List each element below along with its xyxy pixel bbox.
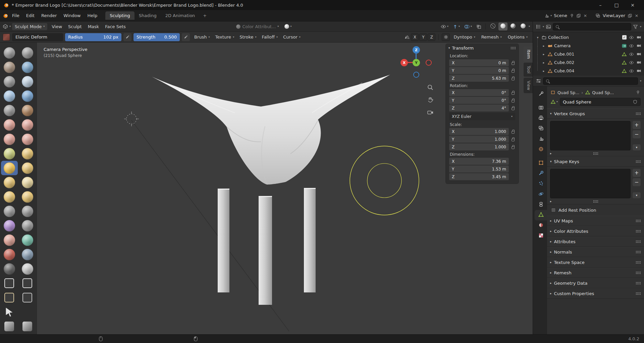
- render-visibility-camera-icon[interactable]: [636, 36, 641, 39]
- sidebar-tab-tool[interactable]: Tool: [524, 63, 533, 76]
- grip-icon[interactable]: [511, 47, 516, 50]
- field-location-y[interactable]: Y0 m: [449, 67, 509, 74]
- close-button[interactable]: ×: [625, 0, 641, 10]
- remove-shape-keys-button[interactable]: −: [633, 178, 641, 186]
- editor-type-3dview-icon[interactable]: [3, 24, 8, 29]
- menu-file[interactable]: File: [9, 12, 23, 19]
- vertex-groups-specials-button[interactable]: ▾: [633, 144, 641, 150]
- grip-icon[interactable]: [593, 152, 598, 155]
- sidebar-tab-item[interactable]: Item: [524, 47, 533, 62]
- unlink-scene-icon[interactable]: ×: [583, 13, 588, 18]
- brush-mask[interactable]: [1, 233, 18, 247]
- mirror-y-toggle[interactable]: Y: [419, 33, 427, 41]
- properties-tab-modifiers[interactable]: [535, 168, 547, 179]
- editor-type-outliner-icon[interactable]: [536, 24, 541, 29]
- grip-icon[interactable]: [636, 251, 641, 254]
- section-header-attributes[interactable]: ▸Attributes: [547, 236, 644, 247]
- field-rotation-z[interactable]: Z4°: [449, 105, 509, 112]
- dyntopo-detail-icon[interactable]: [442, 33, 450, 41]
- strength-pressure-toggle[interactable]: [182, 33, 190, 41]
- shape-keys-list[interactable]: [550, 169, 631, 198]
- mesh-data-icon[interactable]: [622, 69, 627, 73]
- visibility-eye-icon[interactable]: [629, 53, 634, 56]
- menu-window[interactable]: Window: [60, 12, 84, 19]
- camera-data-icon[interactable]: [622, 44, 627, 48]
- outliner-row-cube-001[interactable]: ▸Cube.001: [533, 50, 644, 58]
- brush-slide-relax[interactable]: [1, 204, 18, 218]
- y-axis-ball[interactable]: Y: [413, 59, 420, 66]
- mesh-data-icon[interactable]: [622, 61, 627, 65]
- brush-draw-sharp[interactable]: [19, 46, 36, 60]
- add-workspace-button[interactable]: +: [200, 12, 210, 19]
- shading-rendered-button[interactable]: [519, 22, 528, 30]
- brush-boundary[interactable]: [19, 204, 36, 218]
- new-scene-icon[interactable]: [576, 13, 581, 18]
- field-location-z[interactable]: Z5.63 m: [449, 75, 509, 82]
- falloff-panel-dropdown[interactable]: Falloff▾: [260, 33, 280, 41]
- pin-icon[interactable]: [569, 13, 575, 18]
- brush-nudge[interactable]: [1, 190, 18, 204]
- blender-menu-icon[interactable]: [3, 13, 8, 18]
- lock-icon[interactable]: [512, 100, 515, 102]
- grip-icon[interactable]: [636, 271, 641, 274]
- lock-icon[interactable]: [512, 146, 515, 149]
- shading-solid-button[interactable]: [498, 22, 507, 30]
- render-visibility-camera-icon[interactable]: [636, 44, 641, 48]
- new-viewlayer-icon[interactable]: [627, 13, 633, 18]
- grip-icon[interactable]: [636, 219, 641, 222]
- grip-icon[interactable]: [636, 112, 641, 115]
- add-vertex-groups-button[interactable]: +: [633, 121, 641, 129]
- vertex-groups-list[interactable]: [550, 121, 631, 150]
- section-header-uv-maps[interactable]: ▸UV Maps: [547, 216, 644, 226]
- viewport-menu-view[interactable]: View: [49, 23, 65, 30]
- brush-cloth-filter[interactable]: [19, 319, 36, 334]
- workspace-tab-shading[interactable]: Shading: [135, 11, 161, 20]
- viewport-menu-sculpt[interactable]: Sculpt: [65, 23, 85, 30]
- navigation-gizmo[interactable]: Z Y X: [400, 45, 436, 83]
- expand-icon[interactable]: ▸: [542, 44, 546, 48]
- expand-icon[interactable]: ▸: [550, 152, 552, 155]
- properties-tab-scene[interactable]: [535, 134, 547, 144]
- section-header-normals[interactable]: ▸Normals: [547, 247, 644, 257]
- editor-type-properties-icon[interactable]: [536, 78, 541, 84]
- visibility-eye-icon[interactable]: [629, 61, 634, 64]
- shading-material-button[interactable]: [508, 22, 518, 30]
- brush-box-mask[interactable]: [1, 276, 18, 290]
- display-mode-icon[interactable]: [546, 24, 551, 29]
- properties-tab-object-data[interactable]: [535, 210, 547, 220]
- brush-smear[interactable]: [19, 262, 36, 276]
- render-visibility-camera-icon[interactable]: [636, 52, 641, 56]
- brush-box-hide[interactable]: [19, 276, 36, 290]
- options-dropdown[interactable]: Options▾: [505, 33, 530, 41]
- properties-search-input[interactable]: [543, 77, 638, 85]
- stroke-panel-dropdown[interactable]: Stroke▾: [237, 33, 259, 41]
- properties-tab-world[interactable]: [535, 144, 547, 155]
- render-visibility-camera-icon[interactable]: [636, 61, 641, 64]
- section-header-geometry-data[interactable]: ▸Geometry Data: [547, 278, 644, 288]
- radius-pressure-toggle[interactable]: [123, 33, 131, 41]
- mesh-selector-button[interactable]: ▾: [550, 100, 558, 104]
- properties-tab-render[interactable]: [535, 103, 547, 113]
- collapse-icon[interactable]: ▾: [536, 36, 540, 39]
- add-shape-keys-button[interactable]: +: [633, 169, 641, 177]
- brush-draw[interactable]: [1, 46, 18, 60]
- brush-simplify[interactable]: [19, 218, 36, 233]
- outliner-row-collection[interactable]: ▾Collection✓: [533, 33, 644, 42]
- add-rest-position-checkbox[interactable]: [551, 208, 556, 212]
- grip-icon[interactable]: [636, 261, 641, 264]
- color-attribute-dropdown[interactable]: Color Attribut... ▾: [233, 23, 281, 30]
- visibility-eye-icon[interactable]: [629, 36, 634, 39]
- x-axis-ball[interactable]: X: [400, 59, 408, 66]
- neg-z-axis-ball[interactable]: [413, 72, 419, 78]
- field-location-x[interactable]: X0 m: [449, 59, 509, 66]
- expand-icon[interactable]: ▸: [542, 61, 546, 64]
- brush-draw-face-sets[interactable]: [19, 233, 36, 247]
- brush-fill[interactable]: [19, 118, 36, 132]
- brush-paint[interactable]: [1, 262, 18, 276]
- strength-slider[interactable]: Strength 0.500: [133, 33, 180, 41]
- brush-snake-hook[interactable]: [19, 161, 36, 175]
- properties-tab-constraints[interactable]: [535, 200, 547, 210]
- properties-tab-particles[interactable]: [535, 179, 547, 189]
- dyntopo-dropdown[interactable]: Dyntopo▾: [451, 33, 477, 41]
- radius-slider[interactable]: Radius 102 px: [65, 33, 121, 41]
